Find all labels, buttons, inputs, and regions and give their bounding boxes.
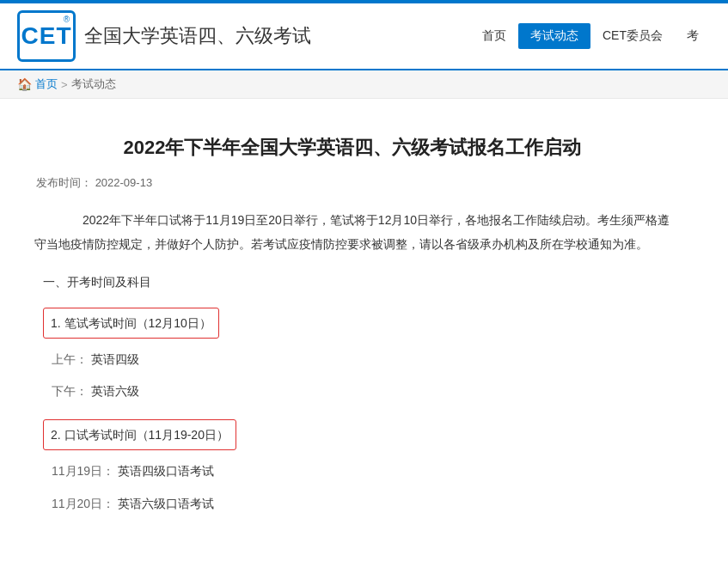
main-nav: 首页 考试动态 CET委员会 考 bbox=[470, 23, 711, 49]
nov20-value: 英语六级口语考试 bbox=[118, 497, 214, 510]
header: CET ® 全国大学英语四、六级考试 首页 考试动态 CET委员会 考 bbox=[0, 3, 728, 70]
home-icon: 🏠 bbox=[17, 77, 32, 91]
breadcrumb-home-link[interactable]: 首页 bbox=[35, 76, 58, 92]
breadcrumb-separator: > bbox=[61, 78, 68, 91]
written-exam-label: 1. 笔试考试时间（12月10日） bbox=[43, 308, 219, 339]
nav-exam-news[interactable]: 考试动态 bbox=[518, 23, 590, 49]
nov20-schedule: 11月20日： 英语六级口语考试 bbox=[34, 488, 670, 520]
article-title: 2022年下半年全国大学英语四、六级考试报名工作启动 bbox=[34, 133, 670, 162]
oral-exam-item: 2. 口试考试时间（11月19-20日） bbox=[34, 414, 670, 455]
publish-date-line: 发布时间： 2022-09-13 bbox=[34, 175, 670, 191]
logo-text: CET bbox=[21, 22, 72, 50]
publish-label: 发布时间： bbox=[36, 176, 92, 189]
nov20-label: 11月20日： bbox=[52, 497, 114, 510]
breadcrumb: 🏠 首页 > 考试动态 bbox=[0, 70, 728, 99]
section1-heading: 一、开考时间及科目 bbox=[34, 270, 670, 294]
nav-home[interactable]: 首页 bbox=[470, 23, 518, 49]
site-title: 全国大学英语四、六级考试 bbox=[84, 23, 311, 49]
morning-value: 英语四级 bbox=[91, 352, 139, 366]
morning-label: 上午： bbox=[52, 352, 88, 366]
logo-reg: ® bbox=[64, 15, 70, 24]
written-exam-item: 1. 笔试考试时间（12月10日） bbox=[34, 302, 670, 344]
logo-box: CET ® bbox=[17, 10, 76, 62]
nov19-value: 英语四级口语考试 bbox=[118, 464, 214, 478]
afternoon-value: 英语六级 bbox=[91, 384, 139, 398]
nav-more[interactable]: 考 bbox=[675, 23, 711, 49]
publish-value: 2022-09-13 bbox=[95, 176, 153, 189]
afternoon-schedule: 下午： 英语六级 bbox=[34, 375, 670, 407]
morning-schedule: 上午： 英语四级 bbox=[34, 344, 670, 375]
body-paragraph: 2022年下半年口试将于11月19日至20日举行，笔试将于12月10日举行，各地… bbox=[34, 208, 670, 256]
article-body: 2022年下半年口试将于11月19日至20日举行，笔试将于12月10日举行，各地… bbox=[34, 208, 670, 520]
breadcrumb-current: 考试动态 bbox=[71, 76, 116, 92]
logo-area: CET ® 全国大学英语四、六级考试 bbox=[17, 10, 311, 62]
nav-cet-committee[interactable]: CET委员会 bbox=[590, 23, 675, 49]
nov19-label: 11月19日： bbox=[52, 464, 114, 478]
afternoon-label: 下午： bbox=[52, 384, 88, 398]
nov19-schedule: 11月19日： 英语四级口语考试 bbox=[34, 455, 670, 487]
article-content: 2022年下半年全国大学英语四、六级考试报名工作启动 发布时间： 2022-09… bbox=[0, 99, 705, 554]
oral-exam-label: 2. 口试考试时间（11月19-20日） bbox=[43, 419, 236, 450]
